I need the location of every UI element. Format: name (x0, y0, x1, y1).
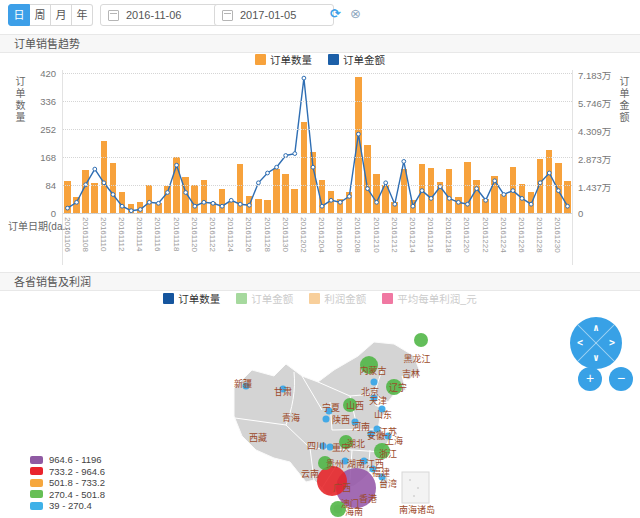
range-swatch (30, 502, 43, 510)
date-to-input[interactable]: 2017-01-05 (214, 4, 334, 26)
bar-20161211 (382, 185, 388, 213)
range-swatch (30, 490, 43, 498)
x-tick-label: 20161128 (263, 217, 272, 252)
bar-20161212 (391, 202, 397, 213)
gridline (63, 101, 572, 102)
period-button-year[interactable]: 年 (72, 4, 93, 26)
map-zoom-in-button[interactable]: + (578, 367, 602, 391)
map-series-legend: 订单数量订单金额利润金额平均每单利润_元 (0, 291, 640, 306)
bar-20161129 (273, 169, 279, 213)
range-legend-row-1[interactable]: 733.2 - 964.6 (30, 466, 105, 478)
section-title-trend: 订单销售趋势 (0, 34, 640, 53)
range-legend-row-0[interactable]: 964.6 - 1196 (30, 454, 105, 466)
legend-swatch (236, 293, 247, 304)
refresh-icon[interactable]: ⟳ (330, 6, 341, 22)
y-right-tick: 4.309万 (578, 124, 630, 138)
map-label-内蒙古: 内蒙古 (359, 364, 386, 377)
bar-20161119 (182, 177, 188, 213)
bar-20161127 (255, 199, 261, 213)
legend-label: 利润金额 (324, 291, 366, 306)
map-label-湖南: 湖南 (347, 457, 365, 470)
trend-legend-item-0[interactable]: 订单数量 (255, 52, 312, 67)
legend-swatch (382, 293, 393, 304)
bar-20161214 (410, 200, 416, 213)
bar-20161110 (101, 141, 107, 213)
bar-20161124 (228, 202, 234, 213)
x-axis-labels: 2016110620161108201611102016111220161114… (63, 217, 572, 267)
legend-label: 订单金额 (343, 52, 385, 67)
map-label-台湾: 台湾 (379, 477, 397, 490)
pan-right-icon[interactable]: > (609, 338, 615, 348)
range-label: 733.2 - 964.6 (49, 466, 105, 477)
map-label-四川: 四川 (307, 439, 325, 452)
x-tick-label: 20161212 (390, 217, 399, 253)
map-bubble-黑龙江[interactable] (414, 333, 428, 347)
x-tick-label: 20161226 (517, 217, 526, 253)
map-legend-item-3[interactable]: 平均每单利润_元 (382, 291, 476, 306)
pan-down-icon[interactable]: ∨ (593, 353, 599, 363)
map-legend-item-1[interactable]: 订单金额 (236, 291, 293, 306)
bar-20161126 (246, 196, 252, 213)
y-left-tick: 0 (16, 208, 56, 219)
x-tick-label: 20161120 (190, 217, 199, 252)
map-range-legend: 964.6 - 1196733.2 - 964.6501.8 - 733.227… (30, 454, 105, 512)
trend-plot[interactable] (63, 73, 572, 213)
bar-20161114 (137, 202, 143, 213)
legend-label: 订单数量 (178, 291, 220, 306)
y-right-tick: 7.183万 (578, 68, 630, 82)
calendar-icon (222, 10, 233, 21)
x-tick-label: 20161122 (208, 217, 217, 252)
date-from-value: 2016-11-06 (126, 9, 181, 21)
line-marker (266, 171, 270, 175)
x-tick-label: 20161214 (408, 217, 417, 253)
china-map[interactable]: 新疆甘肃青海西藏内蒙古黑龙江吉林辽宁北京天津宁夏山西陕西山东河南江苏安徽上海湖北… (222, 330, 522, 518)
bar-20161107 (73, 197, 79, 213)
period-button-day[interactable]: 日 (8, 4, 30, 26)
x-tick-label: 20161124 (226, 217, 235, 252)
y-right-tick: 5.746万 (578, 96, 630, 110)
date-from-input[interactable]: 2016-11-06 (100, 4, 220, 26)
period-button-week[interactable]: 周 (30, 4, 51, 26)
range-swatch (30, 467, 43, 475)
range-label: 964.6 - 1196 (49, 454, 102, 465)
x-tick-label: 20161222 (481, 217, 490, 253)
map-label-广西: 广西 (333, 481, 351, 494)
range-legend-row-2[interactable]: 501.8 - 733.2 (30, 477, 105, 489)
bar-20161215 (419, 164, 425, 213)
map-label-上海: 上海 (385, 434, 403, 447)
bar-20161117 (164, 186, 170, 213)
legend-swatch (309, 293, 320, 304)
calendar-icon (108, 10, 119, 21)
x-tick-label: 20161230 (553, 217, 562, 253)
map-legend-item-0[interactable]: 订单数量 (163, 291, 220, 306)
range-swatch (30, 456, 43, 464)
map-label-云南: 云南 (301, 467, 319, 480)
bar-20161109 (91, 183, 97, 213)
bar-20161224 (500, 194, 506, 213)
bar-20161202 (301, 122, 307, 213)
trend-legend: 订单数量订单金额 (0, 52, 640, 67)
bar-20161125 (237, 164, 243, 213)
y-right-tick: 2.873万 (578, 152, 630, 166)
range-legend-row-3[interactable]: 270.4 - 501.8 (30, 489, 105, 501)
map-zoom-out-button[interactable]: − (609, 367, 633, 391)
period-button-month[interactable]: 月 (51, 4, 72, 26)
bar-20161122 (210, 202, 216, 213)
bar-20161206 (337, 199, 343, 213)
map-label-新疆: 新疆 (234, 377, 252, 390)
trend-legend-item-1[interactable]: 订单金额 (328, 52, 385, 67)
x-tick-label: 20161216 (426, 217, 435, 253)
map-bubble-陕西[interactable] (323, 416, 330, 423)
pan-left-icon[interactable]: < (577, 338, 583, 348)
gridline (63, 73, 572, 74)
bar-20161219 (455, 197, 461, 213)
date-to-value: 2017-01-05 (240, 9, 296, 21)
legend-swatch (255, 54, 266, 65)
bar-20161123 (219, 189, 225, 213)
pan-up-icon[interactable]: ∧ (593, 323, 599, 333)
range-legend-row-4[interactable]: 39 - 270.4 (30, 500, 105, 512)
map-pan-control[interactable]: ∧ ∨ < > (570, 317, 622, 369)
map-legend-item-2[interactable]: 利润金额 (309, 291, 366, 306)
close-icon[interactable]: ⊗ (350, 6, 361, 22)
map-label-天津: 天津 (369, 394, 387, 407)
